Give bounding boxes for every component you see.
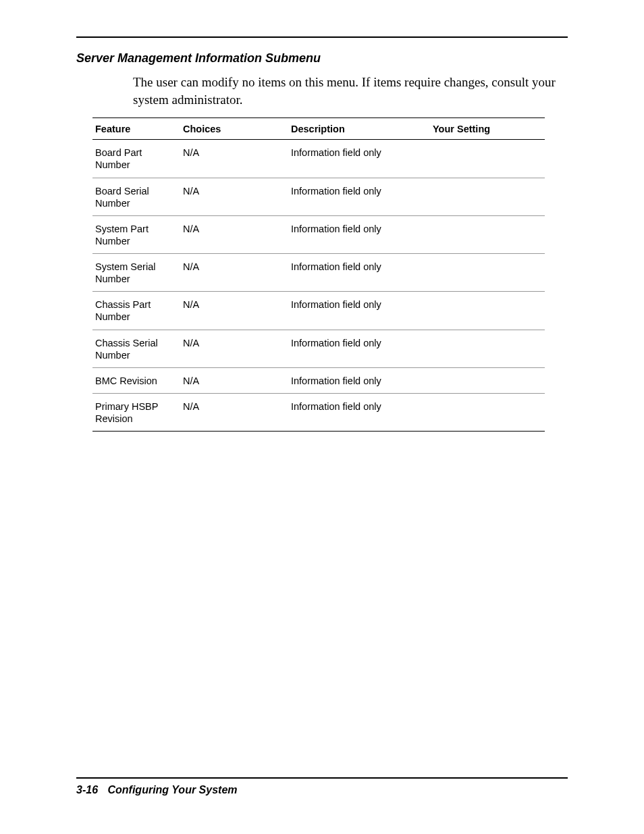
page-number: 3-16	[76, 784, 98, 796]
cell-description: Information field only	[288, 178, 430, 215]
cell-setting	[430, 215, 545, 253]
settings-table: Feature Choices Description Your Setting…	[92, 118, 545, 432]
cell-choices: N/A	[180, 178, 288, 215]
page-border-top	[76, 36, 568, 38]
cell-description: Information field only	[288, 367, 430, 393]
cell-choices: N/A	[180, 393, 288, 431]
cell-setting	[430, 292, 545, 330]
table-row: Chassis Part Number N/A Information fiel…	[92, 292, 545, 330]
table-row: System Serial Number N/A Information fie…	[92, 254, 545, 292]
cell-description: Information field only	[288, 292, 430, 330]
header-feature: Feature	[92, 118, 180, 140]
cell-feature: BMC Revision	[92, 367, 180, 393]
cell-choices: N/A	[180, 140, 288, 178]
cell-setting	[430, 367, 545, 393]
cell-setting	[430, 140, 545, 178]
header-setting: Your Setting	[430, 118, 545, 140]
cell-feature: Chassis Serial Number	[92, 330, 180, 367]
header-choices: Choices	[180, 118, 288, 140]
cell-choices: N/A	[180, 292, 288, 330]
cell-description: Information field only	[288, 215, 430, 253]
cell-setting	[430, 254, 545, 292]
cell-description: Information field only	[288, 330, 430, 367]
page-content: Server Management Information Submenu Th…	[76, 51, 568, 432]
cell-feature: System Serial Number	[92, 254, 180, 292]
cell-choices: N/A	[180, 330, 288, 367]
cell-choices: N/A	[180, 367, 288, 393]
table-row: System Part Number N/A Information field…	[92, 215, 545, 253]
cell-setting	[430, 330, 545, 367]
table-row: Board Serial Number N/A Information fiel…	[92, 178, 545, 215]
table-header-row: Feature Choices Description Your Setting	[92, 118, 545, 140]
table-row: Primary HSBP Revision N/A Information fi…	[92, 393, 545, 431]
cell-description: Information field only	[288, 140, 430, 178]
page-border-bottom	[76, 777, 568, 779]
cell-feature: System Part Number	[92, 215, 180, 253]
cell-setting	[430, 178, 545, 215]
cell-choices: N/A	[180, 254, 288, 292]
cell-description: Information field only	[288, 254, 430, 292]
cell-feature: Chassis Part Number	[92, 292, 180, 330]
table-row: Chassis Serial Number N/A Information fi…	[92, 330, 545, 367]
cell-description: Information field only	[288, 393, 430, 431]
chapter-title: Configuring Your System	[107, 784, 237, 796]
section-title: Server Management Information Submenu	[76, 51, 568, 66]
cell-setting	[430, 393, 545, 431]
cell-feature: Board Part Number	[92, 140, 180, 178]
cell-choices: N/A	[180, 215, 288, 253]
table-row: BMC Revision N/A Information field only	[92, 367, 545, 393]
table-row: Board Part Number N/A Information field …	[92, 140, 545, 178]
page-footer: 3-16 Configuring Your System	[76, 784, 238, 796]
cell-feature: Primary HSBP Revision	[92, 393, 180, 431]
cell-feature: Board Serial Number	[92, 178, 180, 215]
header-description: Description	[288, 118, 430, 140]
intro-paragraph: The user can modify no items on this men…	[133, 74, 568, 108]
